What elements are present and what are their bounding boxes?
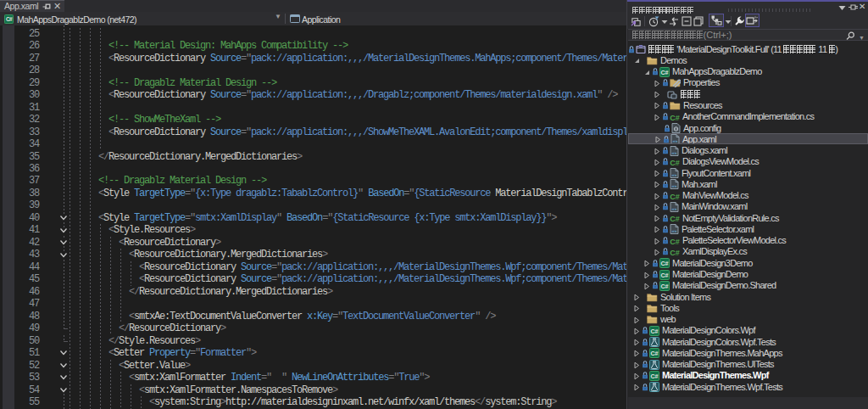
svg-text:«»: «»: [672, 138, 677, 143]
svg-text:C#: C#: [670, 113, 680, 121]
svg-text:«»: «»: [671, 150, 676, 155]
svg-text:«»: «»: [671, 172, 676, 177]
svg-text:«»: «»: [671, 183, 676, 188]
svg-text:C#: C#: [661, 69, 669, 75]
svg-text:C#: C#: [670, 215, 680, 223]
svg-text:C#: C#: [651, 350, 659, 356]
svg-text:«»: «»: [671, 206, 676, 211]
svg-text:C#: C#: [670, 237, 680, 245]
svg-text:C#: C#: [6, 16, 13, 22]
svg-text:C#: C#: [670, 249, 680, 257]
svg-text:C#: C#: [661, 272, 669, 277]
svg-text:C#: C#: [661, 261, 669, 266]
svg-text:C#: C#: [661, 283, 669, 289]
svg-text:C#: C#: [670, 192, 680, 200]
svg-text:«»: «»: [671, 228, 676, 233]
svg-text:C#: C#: [651, 328, 659, 334]
svg-text:C#: C#: [651, 373, 659, 379]
svg-text:C#: C#: [670, 158, 680, 166]
